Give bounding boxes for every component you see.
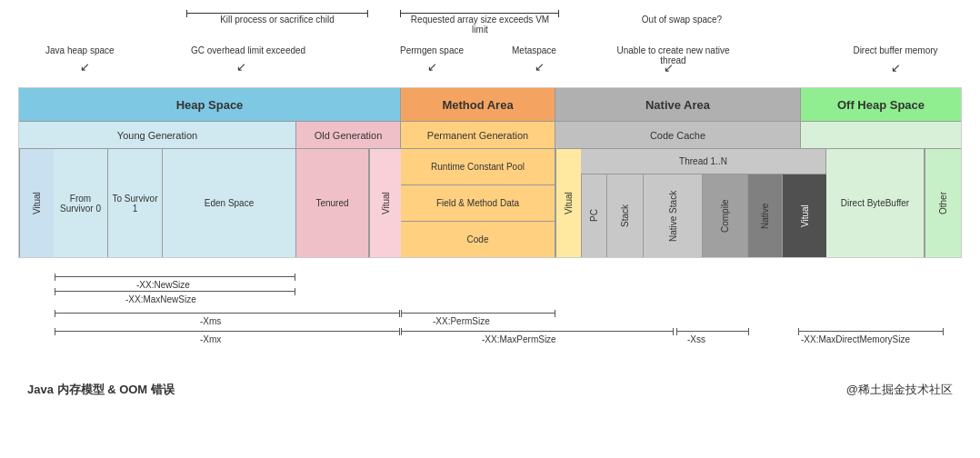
native-section-header: Native Area: [555, 88, 801, 121]
error-section: Kill process or sacrifice child Java hea…: [18, 9, 962, 82]
codecache-header: Code Cache: [555, 122, 801, 148]
from-label: From Survivor 0: [55, 194, 105, 214]
maxpermsize-line: [401, 331, 674, 332]
from-survivor-cell: From Survivor 0: [54, 149, 108, 257]
main-diagram: Heap Space Method Area Native Area Off H…: [18, 87, 962, 258]
maxnewsize-label: -XX:MaxNewSize: [125, 294, 196, 304]
stack-cell: Stack: [606, 174, 643, 257]
gc-overhead-arrow: ↙: [236, 60, 246, 74]
method-area-cells: Runtime Constant Pool Field & Method Dat…: [401, 149, 555, 257]
native-area-cells: Thread 1..N PC Stack Native Stack Compil…: [581, 149, 826, 257]
to-label: To Survivor 1: [110, 194, 160, 214]
virtual-method-cell: Vitual: [555, 149, 581, 257]
direct-bytebuffer-cell: Direct ByteBuffer: [826, 149, 925, 257]
offheap-cells: Direct ByteBuffer Other: [826, 149, 961, 257]
native-stack-cell: Native Stack: [643, 174, 702, 257]
footer-title: Java 内存模型 & OOM 错误: [27, 382, 175, 398]
footer-watermark: @稀土掘金技术社区: [846, 382, 953, 398]
directbuf-label: Direct buffer memory: [836, 45, 955, 55]
native-n-cell: Native: [747, 174, 782, 257]
permgen-sub-label: Permanent Generation: [427, 130, 528, 141]
eden-cell: Eden Space: [163, 149, 296, 257]
permgen-label: Permgen space: [400, 45, 464, 55]
detail-row: Vitual From Survivor 0 To Survivor 1 Ede…: [19, 148, 961, 257]
xmx-line: [55, 331, 400, 332]
virtual-native-label: Vitual: [800, 204, 810, 227]
rcp-label: Runtime Constant Pool: [431, 162, 525, 172]
maxdirectmemory-line: [798, 331, 944, 332]
array-bracket: [400, 13, 559, 14]
stack-label: Stack: [620, 204, 630, 227]
native-cells: PC Stack Native Stack Compile Native: [581, 174, 825, 257]
old-gen-header: Old Generation: [296, 122, 401, 148]
subsection-headers: Young Generation Old Generation Permanen…: [19, 121, 961, 148]
fmd-cell: Field & Method Data: [401, 185, 555, 222]
newsize-line: [55, 276, 295, 277]
tenured-label: Tenured: [315, 198, 348, 208]
virtual-old-label: Vitual: [381, 192, 391, 214]
permsize-line: [401, 313, 555, 314]
xms-line: [55, 313, 400, 314]
permgen-header: Permanent Generation: [401, 122, 555, 148]
kill-process-label: Kill process or sacrifice child: [195, 15, 359, 25]
metaspace-label: Metaspace: [512, 45, 556, 55]
compile-cell: Compile: [702, 174, 747, 257]
virtual-young-cell: Vitual: [19, 149, 54, 257]
other-cell: Other: [925, 149, 961, 257]
codecache-label: Code Cache: [650, 130, 705, 141]
pc-label: PC: [589, 210, 599, 223]
fmd-label: Field & Method Data: [436, 198, 519, 208]
to-survivor-cell: To Survivor 1: [108, 149, 163, 257]
pc-cell: PC: [581, 174, 606, 257]
xss-label: -Xss: [687, 334, 705, 344]
maxdirectmemory-label: -XX:MaxDirectMemorySize: [801, 334, 910, 344]
footer: Java 内存模型 & OOM 错误 @稀土掘金技术社区: [18, 382, 962, 398]
xmx-label: -Xmx: [200, 334, 221, 344]
permsize-label: -XX:PermSize: [433, 316, 490, 326]
heap-label: Heap Space: [176, 98, 244, 112]
directbuf-arrow: ↙: [891, 61, 901, 75]
method-section-header: Method Area: [401, 88, 555, 121]
container: Kill process or sacrifice child Java hea…: [18, 9, 962, 398]
directbytebuffer-label: Direct ByteBuffer: [841, 198, 909, 208]
native-n-label: Native: [760, 203, 770, 228]
offheap-label: Off Heap Space: [837, 98, 925, 112]
young-label: Young Generation: [117, 130, 197, 141]
method-label: Method Area: [442, 98, 513, 112]
offheap-sub-empty: [801, 122, 961, 148]
java-heap-label: Java heap space: [45, 45, 115, 55]
code-cell: Code: [401, 222, 555, 257]
kill-process-bracket: [186, 13, 368, 14]
java-heap-arrow: ↙: [80, 60, 90, 74]
section-headers: Heap Space Method Area Native Area Off H…: [19, 88, 961, 121]
xms-label: -Xms: [200, 316, 221, 326]
maxpermsize-label: -XX:MaxPermSize: [482, 334, 556, 344]
annotations-section: -XX:NewSize -XX:MaxNewSize -Xms -Xmx -XX…: [18, 267, 962, 367]
thread-label: Thread 1..N: [679, 156, 727, 166]
tenured-cell: Tenured: [296, 149, 369, 257]
young-gen-header: Young Generation: [19, 122, 296, 148]
newsize-label: -XX:NewSize: [136, 280, 190, 290]
code-label: Code: [467, 234, 489, 244]
virtual-old-cell: Vitual: [369, 149, 401, 257]
swap-label: Out of swap space?: [618, 15, 745, 25]
maxnewsize-line: [55, 291, 295, 292]
compile-label: Compile: [720, 199, 730, 233]
nativestack-label: Native Stack: [668, 190, 678, 241]
virtual-native-cell: Vitual: [782, 174, 826, 257]
rcp-cell: Runtime Constant Pool: [401, 149, 555, 185]
permgen-arrow: ↙: [427, 60, 437, 74]
xss-line: [676, 331, 749, 332]
offheap-section-header: Off Heap Space: [801, 88, 961, 121]
eden-label: Eden Space: [205, 198, 255, 208]
other-label: Other: [938, 192, 948, 214]
gc-overhead-label: GC overhead limit exceeded: [191, 45, 305, 55]
virtual-young-label: Vitual: [32, 192, 42, 214]
heap-section-header: Heap Space: [19, 88, 401, 121]
native-label: Native Area: [645, 98, 710, 112]
array-label: Requested array size exceeds VM limit: [403, 15, 557, 35]
thread-row: Thread 1..N: [581, 149, 825, 174]
virtual-method-label: Vitual: [564, 192, 574, 214]
unable-arrow: ↙: [664, 61, 674, 75]
metaspace-arrow: ↙: [535, 60, 545, 74]
